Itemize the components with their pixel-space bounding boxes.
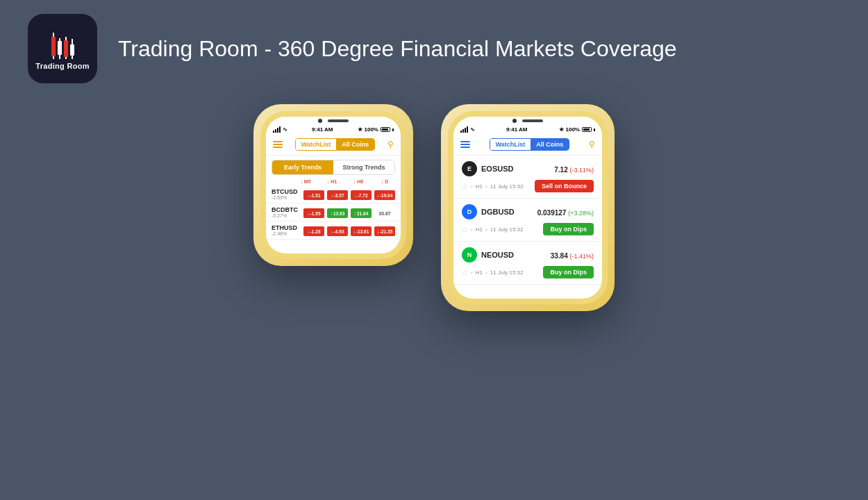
tab-strong-trends[interactable]: Strong Trends bbox=[333, 160, 394, 174]
bar2 bbox=[275, 129, 276, 133]
battery-tip bbox=[392, 128, 394, 131]
camera-dot-right bbox=[512, 119, 517, 123]
hamburger-line-3r bbox=[460, 147, 470, 148]
status-right-right: ★ 100% bbox=[559, 126, 595, 133]
eos-star[interactable]: ☆ bbox=[462, 183, 468, 190]
bar1r bbox=[460, 131, 462, 133]
coin-change-btcusd: -2.63% bbox=[272, 195, 298, 200]
dgb-date: 11 July 15:32 bbox=[490, 226, 524, 233]
neo-buy-button[interactable]: Buy on Dips bbox=[543, 266, 594, 278]
wick-bot bbox=[65, 57, 67, 59]
wl-top-eosusd: E EOSUSD 7.12 (-3.11%) bbox=[462, 161, 594, 176]
candle-2 bbox=[58, 38, 62, 59]
bar1 bbox=[273, 131, 274, 133]
tab-watchlist-left[interactable]: WatchList bbox=[296, 139, 337, 150]
eos-sell-button[interactable]: Sell on Bounce bbox=[535, 180, 594, 192]
hamburger-icon[interactable] bbox=[273, 141, 283, 148]
search-icon-right[interactable]: ⚲ bbox=[589, 140, 595, 149]
tab-group-right: WatchList All Coins bbox=[490, 138, 570, 151]
camera-dot bbox=[318, 119, 322, 123]
neo-change: (-1.41%) bbox=[569, 253, 594, 260]
col-h6: ↓ H6 bbox=[348, 179, 369, 184]
wick-top bbox=[72, 39, 73, 44]
dgb-meta: ☆ • H1 • 11 July 15:32 bbox=[462, 226, 523, 233]
coin-values-bcdbtc: ↓-1.95 ↑13.63 ↑21.84 30.87 bbox=[303, 208, 395, 218]
neo-dot1: • bbox=[471, 269, 473, 276]
dgb-avatar: D bbox=[462, 204, 477, 219]
signal-bars-right bbox=[460, 127, 468, 133]
bar3 bbox=[277, 128, 278, 133]
coin-row-btcusd: BTCUSD -2.63% ↓-1.51 ↓-3.57 ↓-7.72 ↓-19.… bbox=[266, 185, 401, 203]
eos-avatar: E bbox=[462, 161, 477, 176]
hamburger-line-3 bbox=[273, 147, 283, 148]
coin-name-ethusd: ETHUSD bbox=[272, 224, 297, 231]
tab-watchlist-right[interactable]: WatchList bbox=[490, 139, 531, 150]
eos-price: 7.12 bbox=[554, 166, 569, 174]
candle-3 bbox=[64, 37, 68, 59]
tab-allcoins-left[interactable]: All Coins bbox=[336, 139, 374, 150]
wick-top bbox=[65, 37, 67, 40]
phone-left: ∿ 9:41 AM ★ 100% bbox=[253, 104, 413, 266]
wl-top-neousd: N NEOUSD 33.84 (-1.41%) bbox=[462, 247, 594, 262]
candle-1 bbox=[51, 33, 56, 59]
coin-row-ethusd: ETHUSD -2.46% ↓-1.28 ↓-4.93 ↓-13.61 ↓-21… bbox=[266, 222, 401, 240]
logo-text: Trading Room bbox=[35, 62, 90, 70]
val-h6-btcusd: ↓-7.72 bbox=[351, 190, 372, 200]
status-bar-right: ∿ 9:41 AM ★ 100% bbox=[453, 125, 602, 134]
signal-bars bbox=[273, 127, 281, 133]
watchlist-item-dgbusd: D DGBUSD 0.039127 (+3.28%) ☆ • H1 bbox=[453, 199, 602, 242]
eos-name: EOSUSD bbox=[481, 165, 513, 173]
battery-fill bbox=[382, 128, 389, 131]
neo-star[interactable]: ☆ bbox=[462, 269, 468, 276]
candle-body bbox=[51, 37, 56, 56]
wick-bot bbox=[72, 56, 73, 59]
coin-change-bcdbtc: -5.27% bbox=[272, 213, 298, 218]
speaker-right bbox=[522, 119, 543, 122]
hamburger-line-1 bbox=[273, 141, 283, 142]
neo-timeframe: H1 bbox=[476, 269, 483, 276]
dgb-buy-button[interactable]: Buy on Dips bbox=[543, 223, 594, 235]
search-icon-left[interactable]: ⚲ bbox=[387, 140, 394, 149]
col-d: ↓ D bbox=[374, 179, 395, 184]
hamburger-line-2 bbox=[273, 144, 283, 145]
bar3r bbox=[465, 128, 466, 133]
neo-price: 33.84 bbox=[551, 252, 570, 260]
app-navbar-right: WatchList All Coins ⚲ bbox=[453, 134, 602, 156]
app-header: Trading Room Trading Room - 360 Degree F… bbox=[0, 0, 868, 97]
trends-tabs: Early Trends Strong Trends bbox=[272, 160, 395, 175]
val-h1-btcusd: ↓-3.57 bbox=[327, 190, 348, 200]
wl-coin-info-neo: N NEOUSD bbox=[462, 247, 514, 262]
neo-avatar: N bbox=[462, 247, 477, 262]
hamburger-line-1r bbox=[460, 141, 470, 142]
wick-top bbox=[53, 33, 54, 37]
hamburger-line-2r bbox=[460, 144, 470, 145]
col-m5: ↓ M5 bbox=[295, 179, 316, 184]
bluetooth-icon-right: ★ bbox=[559, 126, 564, 133]
coin-change-ethusd: -2.46% bbox=[272, 231, 297, 236]
val-m5-bcdbtc: ↓-1.95 bbox=[303, 208, 324, 218]
watchlist-item-neousd: N NEOUSD 33.84 (-1.41%) ☆ • H1 bbox=[453, 242, 602, 285]
bottom-spacer-left bbox=[266, 240, 401, 253]
tab-group-left: WatchList All Coins bbox=[295, 138, 376, 151]
battery-label-left: 100% bbox=[365, 126, 378, 133]
phone-inner-right: ∿ 9:41 AM ★ 100% bbox=[453, 117, 602, 299]
tab-early-trends[interactable]: Early Trends bbox=[272, 160, 333, 174]
dgb-star[interactable]: ☆ bbox=[462, 226, 468, 233]
dgb-price-group: 0.039127 (+3.28%) bbox=[537, 206, 594, 218]
eos-dot2: • bbox=[485, 183, 487, 190]
val-m5-ethusd: ↓-1.28 bbox=[303, 226, 324, 236]
phone-inner-left: ∿ 9:41 AM ★ 100% bbox=[266, 117, 401, 253]
wick-bot bbox=[59, 55, 60, 59]
battery-fill-right bbox=[583, 128, 590, 131]
dgb-change: (+3.28%) bbox=[568, 210, 594, 217]
tab-allcoins-right[interactable]: All Coins bbox=[531, 139, 569, 150]
status-left-right: ∿ bbox=[460, 126, 475, 133]
wifi-icon-right: ∿ bbox=[470, 126, 475, 133]
status-time-left: 9:41 AM bbox=[312, 126, 333, 133]
coin-name-btcusd: BTCUSD bbox=[272, 188, 298, 195]
eos-dot1: • bbox=[471, 183, 473, 190]
bar4 bbox=[279, 126, 281, 133]
candle-body bbox=[58, 41, 62, 55]
hamburger-icon-right[interactable] bbox=[460, 141, 470, 148]
eos-price-group: 7.12 (-3.11%) bbox=[554, 162, 594, 175]
